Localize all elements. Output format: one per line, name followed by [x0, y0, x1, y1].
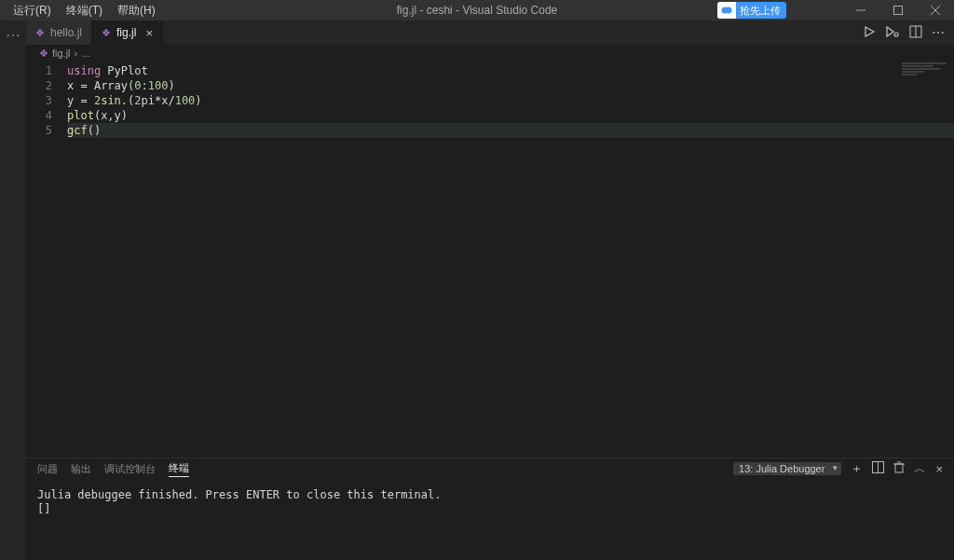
- svg-marker-7: [887, 27, 893, 36]
- tab-fig[interactable]: ❖ fig.jl ×: [92, 20, 163, 45]
- token: PyPlot: [101, 64, 148, 77]
- svg-rect-13: [895, 464, 903, 472]
- svg-rect-3: [894, 7, 903, 15]
- editor-actions: ⋯: [863, 20, 954, 45]
- terminal-line: []: [37, 502, 943, 516]
- minimap[interactable]: [894, 61, 954, 89]
- activity-bar: ⋯: [0, 20, 26, 560]
- menu-bar: 运行(R) 终端(T) 帮助(H): [6, 0, 163, 20]
- token: x: [67, 79, 80, 92]
- svg-marker-6: [865, 27, 874, 36]
- menu-help[interactable]: 帮助(H): [110, 0, 163, 20]
- chevron-up-icon[interactable]: ︿: [914, 460, 926, 477]
- cloud-icon: [717, 2, 736, 19]
- token: y: [67, 94, 80, 107]
- token: ): [168, 79, 174, 92]
- maximize-button[interactable]: [879, 0, 917, 20]
- token: (): [88, 124, 101, 137]
- line-number: 3: [26, 93, 52, 108]
- panel-tab-output[interactable]: 输出: [71, 462, 91, 476]
- close-button[interactable]: [917, 0, 954, 20]
- window-title: fig.jl - ceshi - Visual Studio Code: [397, 4, 558, 17]
- token: gcf: [67, 124, 88, 137]
- julia-file-icon: ❖: [102, 27, 111, 39]
- close-panel-icon[interactable]: ×: [935, 462, 943, 476]
- token: 100: [148, 79, 169, 92]
- terminal-line: Julia debuggee finished. Press ENTER to …: [37, 488, 943, 502]
- panel-tab-debug[interactable]: 调试控制台: [104, 462, 156, 476]
- tab-label: fig.jl: [116, 26, 136, 39]
- token: Array(: [88, 79, 135, 92]
- token: :: [142, 79, 148, 92]
- svg-point-1: [726, 7, 732, 14]
- terminal-selector-label: 13: Julia Debugger: [739, 463, 825, 474]
- token: *x/: [155, 94, 175, 107]
- terminal-body[interactable]: Julia debuggee finished. Press ENTER to …: [26, 479, 954, 560]
- editor[interactable]: 1 2 3 4 5 using PyPlot x = Array(0:100) …: [26, 61, 954, 458]
- new-terminal-icon[interactable]: ＋: [851, 460, 863, 477]
- breadcrumb-sep: ›: [75, 48, 78, 59]
- menu-run[interactable]: 运行(R): [6, 0, 59, 20]
- tab-hello[interactable]: ❖ hello.jl: [26, 20, 92, 45]
- token: .(: [121, 94, 134, 107]
- tab-label: hello.jl: [50, 26, 82, 39]
- more-icon[interactable]: ⋯: [932, 25, 945, 40]
- token: 100: [175, 94, 196, 107]
- token: 2: [134, 94, 141, 107]
- token: =: [80, 94, 87, 107]
- token: pi: [142, 94, 155, 107]
- chevron-down-icon: ▾: [833, 463, 838, 472]
- activity-more-icon[interactable]: ⋯: [6, 26, 20, 44]
- breadcrumb-tail: ...: [81, 48, 89, 59]
- svg-point-8: [894, 33, 898, 36]
- run-icon[interactable]: [863, 25, 876, 41]
- run-debug-icon[interactable]: [885, 25, 900, 41]
- editor-tabs: ❖ hello.jl ❖ fig.jl × ⋯: [26, 20, 954, 45]
- panel-tab-terminal[interactable]: 终端: [169, 461, 189, 477]
- code-area[interactable]: using PyPlot x = Array(0:100) y = 2sin.(…: [67, 61, 954, 458]
- token-keyword: using: [67, 64, 101, 77]
- token: 0: [134, 79, 141, 92]
- julia-file-icon: ❖: [39, 48, 48, 60]
- trash-icon[interactable]: [893, 461, 905, 476]
- terminal-selector[interactable]: 13: Julia Debugger ▾: [733, 462, 841, 475]
- line-gutter: 1 2 3 4 5: [26, 61, 67, 458]
- upload-badge[interactable]: 抢先上传: [717, 2, 786, 19]
- line-number: 5: [26, 123, 52, 138]
- split-editor-icon[interactable]: [909, 25, 922, 41]
- line-number: 4: [26, 108, 52, 123]
- panel-tab-problems[interactable]: 问题: [37, 462, 58, 476]
- panel: 问题 输出 调试控制台 终端 13: Julia Debugger ▾ ＋: [26, 458, 954, 560]
- token: ): [195, 94, 201, 107]
- token: [88, 94, 94, 107]
- close-icon[interactable]: ×: [145, 26, 153, 40]
- breadcrumb-file: fig.jl: [52, 48, 71, 59]
- token: sin: [101, 94, 121, 107]
- token: =: [80, 79, 87, 92]
- panel-tabs: 问题 输出 调试控制台 终端 13: Julia Debugger ▾ ＋: [26, 458, 954, 479]
- token: plot: [67, 109, 94, 122]
- minimize-button[interactable]: [842, 0, 879, 20]
- titlebar: 运行(R) 终端(T) 帮助(H) fig.jl - ceshi - Visua…: [0, 0, 954, 20]
- split-terminal-icon[interactable]: [872, 461, 884, 476]
- token: (x,y): [94, 109, 128, 122]
- menu-terminal[interactable]: 终端(T): [59, 0, 110, 20]
- breadcrumb[interactable]: ❖ fig.jl › ...: [26, 45, 954, 61]
- upload-label: 抢先上传: [740, 4, 781, 18]
- line-number: 2: [26, 78, 52, 93]
- julia-file-icon: ❖: [35, 27, 45, 39]
- line-number: 1: [26, 63, 52, 78]
